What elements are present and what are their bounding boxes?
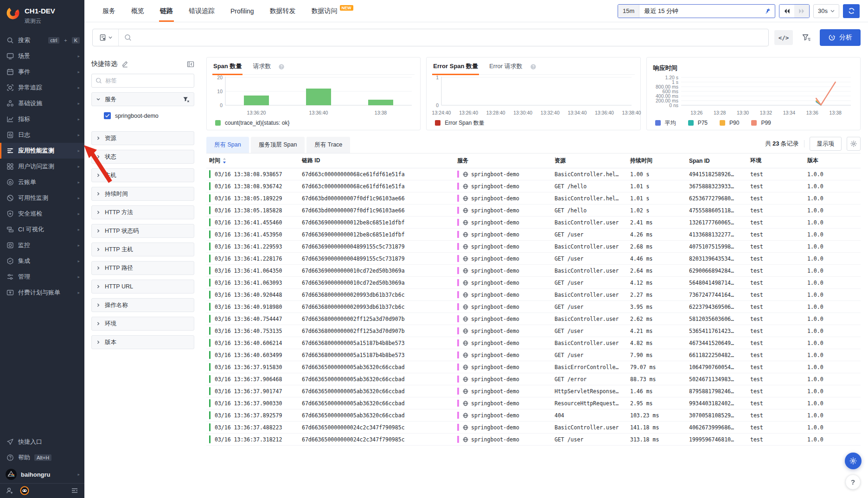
- table-row[interactable]: 03/16 13:36:37.91583067d66365000000005ab…: [206, 361, 861, 373]
- nav-tab-链路[interactable]: 链路: [152, 0, 181, 22]
- table-row[interactable]: 03/16 13:36:40.60349967d66368000000005a1…: [206, 349, 861, 361]
- pin-icon[interactable]: [764, 7, 775, 14]
- quick-entry-item[interactable]: 快捷入口: [0, 434, 84, 450]
- analyze-button[interactable]: 分析: [820, 29, 861, 46]
- table-row[interactable]: 03/16 13:36:41.45395067d663690000000012b…: [206, 229, 861, 241]
- display-options-button[interactable]: 显示项: [810, 137, 842, 151]
- tag-search-input[interactable]: [105, 77, 190, 84]
- sidebar-item-logs[interactable]: 日志▸: [0, 127, 84, 143]
- sort-icon[interactable]: [223, 158, 226, 164]
- forward-button[interactable]: [794, 5, 809, 18]
- ai-assistant-icon[interactable]: [20, 486, 29, 495]
- filter-section-header-服务[interactable]: 服务: [91, 92, 194, 106]
- help-icon[interactable]: [278, 64, 285, 73]
- filter-section-header-资源[interactable]: 资源: [91, 131, 194, 145]
- table-row[interactable]: 03/16 13:36:40.92044867d6636800000000209…: [206, 289, 861, 301]
- filter-section-header-操作名称[interactable]: 操作名称: [91, 298, 194, 312]
- sidebar-item-infra[interactable]: 基础设施▸: [0, 96, 84, 111]
- legend-item-P90[interactable]: P90: [720, 120, 739, 126]
- nav-tab-错误追踪[interactable]: 错误追踪: [181, 0, 223, 22]
- chart-tab-Error Span 数量[interactable]: Error Span 数量: [433, 62, 478, 75]
- table-row[interactable]: 03/16 13:36:37.48822367d663650000000024c…: [206, 421, 861, 434]
- checkbox-checked[interactable]: [104, 112, 111, 119]
- column-header-资源[interactable]: 资源: [550, 153, 625, 168]
- table-row[interactable]: 03/16 13:36:37.89257967d66365000000005ab…: [206, 409, 861, 421]
- sidebar-item-billing[interactable]: 付费计划与账单▸: [0, 285, 84, 300]
- floating-settings-button[interactable]: [845, 453, 862, 469]
- sidebar-item-security[interactable]: 安全巡检▸: [0, 206, 84, 222]
- column-header-环境[interactable]: 环境: [746, 153, 803, 168]
- sidebar-item-integrations[interactable]: 集成▸: [0, 253, 84, 269]
- column-header-Span ID[interactable]: Span ID: [684, 154, 746, 167]
- refresh-interval-select[interactable]: 30s: [813, 4, 839, 18]
- table-row[interactable]: 03/16 13:38:05.18922967d663bd000000007f0…: [206, 192, 861, 204]
- table-row[interactable]: 03/16 13:36:41.06309367d663690000000010c…: [206, 277, 861, 289]
- sidebar-item-manage[interactable]: 管理▸: [0, 269, 84, 285]
- sidebar-item-events[interactable]: 事件▸: [0, 64, 84, 80]
- sidebar-item-cloud-bill[interactable]: 云账单▸: [0, 174, 84, 190]
- sidebar-item-monitoring[interactable]: 监控▸: [0, 237, 84, 253]
- table-row[interactable]: 03/16 13:36:37.90174767d66365000000005ab…: [206, 385, 861, 397]
- table-row[interactable]: 03/16 13:38:08.93865767d663c00000000068c…: [206, 168, 861, 180]
- legend-item-平均[interactable]: 平均: [655, 119, 676, 127]
- table-row[interactable]: 03/16 13:36:37.90646867d66365000000005ab…: [206, 373, 861, 385]
- table-settings-button[interactable]: [847, 137, 861, 151]
- table-row[interactable]: 03/16 13:36:37.90033067d66365000000005ab…: [206, 397, 861, 409]
- column-header-版本[interactable]: 版本: [803, 153, 861, 168]
- filter-section-header-环境[interactable]: 环境: [91, 317, 194, 331]
- filter-section-header-HTTP URL[interactable]: HTTP URL: [91, 280, 194, 294]
- filter-section-header-状态[interactable]: 状态: [91, 150, 194, 164]
- collapse-panel-icon[interactable]: [187, 61, 194, 68]
- filter-section-header-HTTP 路径[interactable]: HTTP 路径: [91, 261, 194, 275]
- table-row[interactable]: 03/16 13:36:40.75313567d66368000000002ff…: [206, 325, 861, 337]
- nav-tab-概览[interactable]: 概览: [123, 0, 152, 22]
- filter-section-header-版本[interactable]: 版本: [91, 335, 194, 349]
- sidebar-item-anomaly[interactable]: 异常追踪▸: [0, 80, 84, 96]
- chart-tab-Span 数量[interactable]: Span 数量: [213, 62, 242, 75]
- refresh-button[interactable]: [843, 4, 860, 18]
- filter-section-header-持续时间[interactable]: 持续时间: [91, 187, 194, 201]
- edit-pencil-icon[interactable]: [121, 60, 128, 68]
- nav-tab-Profiling[interactable]: Profiling: [223, 0, 262, 22]
- table-row[interactable]: 03/16 13:36:40.91898067d6636800000000209…: [206, 301, 861, 313]
- floating-help-button[interactable]: ?: [845, 474, 861, 490]
- invite-user-icon[interactable]: [6, 487, 13, 494]
- table-row[interactable]: 03/16 13:36:37.31821267d663650000000024c…: [206, 434, 861, 446]
- table-row[interactable]: 03/16 13:36:41.45546067d663690000000012b…: [206, 217, 861, 229]
- sidebar-search[interactable]: 搜索 ctrl + K: [0, 32, 84, 48]
- table-row[interactable]: 03/16 13:36:40.60621467d66368000000005a1…: [206, 337, 861, 349]
- search-input[interactable]: [136, 34, 763, 41]
- sidebar-item-uptime[interactable]: 可用性监测▸: [0, 190, 84, 206]
- sidebar-item-scene[interactable]: 场景▸: [0, 48, 84, 64]
- sidebar-item-metrics[interactable]: 指标▸: [0, 111, 84, 127]
- rewind-button[interactable]: [779, 5, 794, 18]
- table-tab-所有 Span[interactable]: 所有 Span: [206, 137, 249, 153]
- nav-tab-数据转发[interactable]: 数据转发: [262, 0, 304, 22]
- table-tab-所有 Trace[interactable]: 所有 Trace: [306, 137, 350, 153]
- user-menu[interactable]: baihongru ▸: [0, 466, 84, 483]
- column-header-链路 ID[interactable]: 链路 ID: [297, 153, 453, 168]
- column-header-服务[interactable]: 服务: [453, 153, 550, 168]
- workspace-header[interactable]: CH1-DEV 观测云: [0, 0, 84, 30]
- table-tab-服务顶层 Span[interactable]: 服务顶层 Span: [251, 137, 305, 153]
- filter-section-header-HTTP 状态码[interactable]: HTTP 状态码: [91, 224, 194, 238]
- time-range-selector[interactable]: 15m 最近 15 分钟: [618, 4, 775, 18]
- table-row[interactable]: 03/16 13:38:05.18582867d663bd000000007f0…: [206, 204, 861, 217]
- filter-funnel-button[interactable]: [798, 30, 814, 45]
- nav-tab-数据访问[interactable]: 数据访问NEW: [304, 0, 361, 22]
- nav-tab-服务[interactable]: 服务: [95, 0, 123, 22]
- legend-item-count(trace_id){status: ok}[interactable]: count(trace_id){status: ok}: [215, 120, 289, 126]
- legend-item-P99[interactable]: P99: [751, 120, 771, 126]
- table-row[interactable]: 03/16 13:38:08.93674267d663c00000000068c…: [206, 180, 861, 192]
- legend-item-P75[interactable]: P75: [688, 120, 708, 126]
- filter-section-header-HTTP 方法[interactable]: HTTP 方法: [91, 205, 194, 219]
- column-header-时间[interactable]: 时间: [206, 153, 297, 168]
- table-row[interactable]: 03/16 13:36:41.22959367d6636900000000489…: [206, 241, 861, 253]
- sidebar-item-apm[interactable]: 应用性能监测▸: [0, 143, 84, 159]
- filter-section-header-HTTP 主机[interactable]: HTTP 主机: [91, 243, 194, 256]
- query-type-dropdown[interactable]: [93, 29, 119, 46]
- filter-option-springboot-demo[interactable]: springboot-demo: [104, 112, 193, 119]
- table-row[interactable]: 03/16 13:36:41.22817667d6636900000000489…: [206, 253, 861, 265]
- query-code-toggle[interactable]: </>: [774, 30, 793, 45]
- filter-section-header-主机[interactable]: 主机: [91, 168, 194, 182]
